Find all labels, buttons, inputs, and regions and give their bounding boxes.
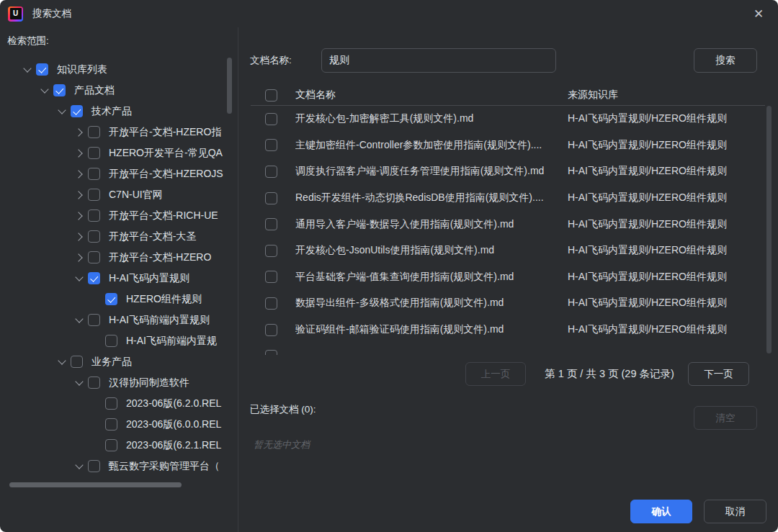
- tree-checkbox[interactable]: [88, 272, 100, 284]
- tree-item[interactable]: 开放平台-文档-大圣: [0, 226, 228, 247]
- header-checkbox[interactable]: [265, 89, 277, 102]
- tree-item[interactable]: 2023-06版(6.2.1.REL: [0, 435, 228, 456]
- tree-item[interactable]: 开放平台-文档-RICH-UE: [0, 205, 228, 226]
- table-scrollbar[interactable]: [766, 106, 772, 353]
- tree-checkbox[interactable]: [105, 397, 117, 410]
- row-checkbox[interactable]: [265, 139, 277, 151]
- chevron-right-icon[interactable]: [71, 122, 88, 143]
- source-cell: H-AI飞码内置规则/HZERO组件规则: [568, 323, 766, 336]
- row-checkbox[interactable]: [265, 192, 277, 204]
- table-row[interactable]: 数据导出组件-多级格式使用指南(规则文件).mdH-AI飞码内置规则/HZERO…: [238, 290, 766, 317]
- chevron-down-icon[interactable]: [36, 80, 53, 101]
- tree-item[interactable]: HZERO开发平台-常见QA: [0, 143, 228, 163]
- chevron-right-icon[interactable]: [71, 163, 88, 184]
- tree-checkbox[interactable]: [88, 168, 100, 180]
- chevron-down-icon[interactable]: [71, 268, 88, 289]
- tree-checkbox[interactable]: [71, 105, 83, 117]
- close-icon[interactable]: ✕: [750, 5, 767, 22]
- prev-page-button[interactable]: 上一页: [465, 362, 526, 386]
- tree-item-label: 2023-06版(6.2.1.REL: [126, 439, 221, 452]
- next-page-button[interactable]: 下一页: [688, 362, 749, 386]
- tree-item-label: HZERO组件规则: [126, 293, 202, 306]
- doc-name-cell: 开发核心包-JsonUtils使用指南(规则文件).md: [295, 244, 568, 257]
- tree-item[interactable]: 产品文档: [0, 80, 228, 101]
- tree-checkbox[interactable]: [71, 356, 83, 368]
- tree-item[interactable]: H-AI飞码内置规则: [0, 268, 228, 289]
- tree-checkbox[interactable]: [88, 147, 100, 159]
- tree-item[interactable]: 技术产品: [0, 101, 228, 122]
- chevron-down-icon[interactable]: [71, 310, 88, 330]
- table-row[interactable]: [238, 343, 766, 355]
- tree-item[interactable]: 开放平台-文档-HZERO: [0, 247, 228, 268]
- cancel-button[interactable]: 取消: [704, 500, 766, 523]
- column-source: 来源知识库: [568, 89, 618, 102]
- doc-name-cell: 平台基础客户端-值集查询使用指南(规则文件).md: [295, 271, 568, 284]
- tree-checkbox[interactable]: [88, 189, 100, 201]
- row-checkbox[interactable]: [265, 297, 277, 310]
- chevron-down-icon[interactable]: [19, 59, 36, 80]
- chevron-right-icon[interactable]: [71, 226, 88, 247]
- row-checkbox[interactable]: [265, 218, 277, 230]
- table-row[interactable]: 主键加密组件-Controller参数加密使用指南(规则文件)....H-AI飞…: [238, 132, 766, 159]
- row-checkbox[interactable]: [265, 350, 277, 355]
- tree-item[interactable]: HZERO组件规则: [0, 289, 228, 310]
- row-checkbox[interactable]: [265, 245, 277, 257]
- table-row[interactable]: 验证码组件-邮箱验证码使用指南(规则文件).mdH-AI飞码内置规则/HZERO…: [238, 317, 766, 343]
- search-button[interactable]: 搜索: [694, 48, 757, 73]
- tree-checkbox[interactable]: [88, 126, 100, 138]
- chevron-down-icon[interactable]: [53, 101, 71, 122]
- confirm-button[interactable]: 确认: [630, 500, 692, 523]
- tree-checkbox[interactable]: [36, 63, 48, 76]
- row-checkbox[interactable]: [265, 113, 277, 125]
- tree-checkbox[interactable]: [88, 377, 100, 389]
- tree-checkbox[interactable]: [53, 84, 66, 96]
- tree-item[interactable]: H-AI飞码前端内置规: [0, 330, 228, 351]
- chevron-placeholder: [88, 414, 105, 435]
- tree-checkbox[interactable]: [105, 439, 117, 451]
- row-checkbox[interactable]: [265, 324, 277, 336]
- row-checkbox[interactable]: [265, 166, 277, 178]
- table-row[interactable]: 调度执行器客户端-调度任务管理使用指南(规则文件).mdH-AI飞码内置规则/H…: [238, 158, 766, 185]
- chevron-down-icon[interactable]: [71, 372, 88, 393]
- tree-item[interactable]: 开放平台-文档-HZERO指: [0, 122, 228, 143]
- tree-horizontal-scrollbar[interactable]: [9, 482, 182, 487]
- tree-item[interactable]: 甄云数字采购管理平台（: [0, 456, 228, 477]
- doc-name-cell: Redis开发组件-动态切换RedisDB使用指南(规则文件)....: [295, 191, 568, 204]
- tree-item[interactable]: 2023-06版(6.2.0.REL: [0, 393, 228, 414]
- clear-button[interactable]: 清空: [694, 406, 757, 430]
- row-checkbox[interactable]: [265, 271, 277, 283]
- tree-checkbox[interactable]: [88, 314, 100, 326]
- tree-checkbox[interactable]: [105, 293, 117, 305]
- chevron-right-icon[interactable]: [71, 143, 88, 163]
- tree-item[interactable]: 2023-06版(6.0.0.REL: [0, 414, 228, 435]
- tree-item[interactable]: 汉得协同制造软件: [0, 372, 228, 393]
- tree-item[interactable]: 业务产品: [0, 351, 228, 372]
- table-row[interactable]: 通用导入客户端-数据导入使用指南(规则文件).mdH-AI飞码内置规则/HZER…: [238, 211, 766, 238]
- tree-checkbox[interactable]: [105, 335, 117, 347]
- source-cell: H-AI飞码内置规则/HZERO组件规则: [568, 139, 766, 152]
- tree-vertical-scrollbar[interactable]: [227, 58, 232, 114]
- tree-checkbox[interactable]: [88, 230, 100, 243]
- chevron-down-icon[interactable]: [71, 456, 88, 477]
- tree-checkbox[interactable]: [88, 460, 100, 472]
- search-documents-dialog: U 搜索文档 ✕ 检索范围: 知识库列表产品文档技术产品开放平台-文档-HZER…: [0, 0, 778, 532]
- table-row[interactable]: 平台基础客户端-值集查询使用指南(规则文件).mdH-AI飞码内置规则/HZER…: [238, 264, 766, 291]
- chevron-down-icon[interactable]: [53, 351, 71, 372]
- tree-checkbox[interactable]: [105, 418, 117, 430]
- tree-item-label: H-AI飞码内置规则: [109, 272, 189, 285]
- table-row[interactable]: 开发核心包-JsonUtils使用指南(规则文件).mdH-AI飞码内置规则/H…: [238, 238, 766, 264]
- tree-item[interactable]: 知识库列表: [0, 59, 228, 80]
- tree-checkbox[interactable]: [88, 209, 100, 222]
- tree-item[interactable]: 开放平台-文档-HZEROJS: [0, 163, 228, 184]
- table-row[interactable]: Redis开发组件-动态切换RedisDB使用指南(规则文件)....H-AI飞…: [238, 185, 766, 212]
- tree-item[interactable]: H-AI飞码前端内置规则: [0, 310, 228, 330]
- tree-item[interactable]: C7N-UI官网: [0, 184, 228, 205]
- tree-checkbox[interactable]: [88, 251, 100, 263]
- table-row[interactable]: 开发核心包-加密解密工具(规则文件).mdH-AI飞码内置规则/HZERO组件规…: [238, 106, 766, 132]
- chevron-placeholder: [88, 435, 105, 456]
- tree-item-label: 开放平台-文档-HZEROJS: [109, 168, 223, 181]
- chevron-right-icon[interactable]: [71, 184, 88, 205]
- chevron-right-icon[interactable]: [71, 247, 88, 268]
- doc-name-input[interactable]: [321, 48, 556, 73]
- chevron-right-icon[interactable]: [71, 205, 88, 226]
